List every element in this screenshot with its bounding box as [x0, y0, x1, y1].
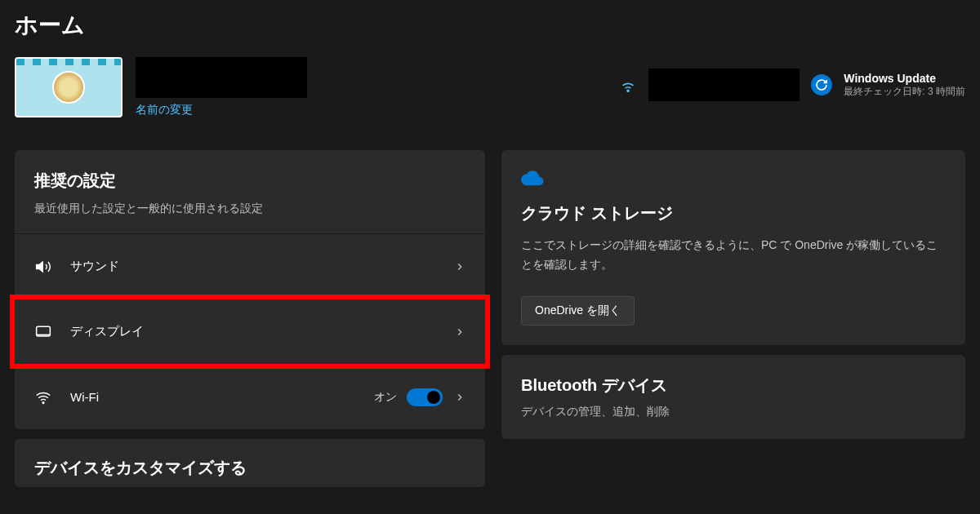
sync-icon [811, 74, 832, 95]
open-onedrive-button[interactable]: OneDrive を開く [521, 296, 635, 326]
network-name-redacted [648, 69, 800, 101]
left-column: 推奨の設定 最近使用した設定と一般的に使用される設定 サウンド ディスプレイ [15, 150, 485, 487]
top-row: 名前の変更 Windows Update 最終チェック日時: 3 時間前 [15, 57, 965, 117]
windows-update-block[interactable]: Windows Update 最終チェック日時: 3 時間前 [844, 72, 965, 99]
wifi-toggle[interactable] [407, 388, 443, 406]
cloud-title: クラウド ストレージ [521, 202, 946, 224]
customize-title: デバイスをカスタマイズする [34, 457, 466, 479]
windows-update-title: Windows Update [844, 72, 965, 85]
top-right-status: Windows Update 最終チェック日時: 3 時間前 [619, 57, 965, 101]
right-column: クラウド ストレージ ここでストレージの詳細を確認できるように、PC で One… [501, 150, 965, 487]
account-avatar[interactable] [15, 57, 122, 117]
setting-row-display[interactable]: ディスプレイ [15, 299, 485, 364]
cloud-icon [521, 170, 946, 186]
chevron-right-icon [454, 261, 466, 273]
main-columns: 推奨の設定 最近使用した設定と一般的に使用される設定 サウンド ディスプレイ [15, 150, 965, 487]
cloud-storage-card: クラウド ストレージ ここでストレージの詳細を確認できるように、PC で One… [501, 150, 965, 345]
wifi-icon [34, 389, 52, 405]
chevron-right-icon [454, 392, 466, 403]
setting-label: ディスプレイ [70, 324, 454, 339]
bluetooth-title: Bluetooth デバイス [521, 374, 946, 397]
windows-update-subtitle: 最終チェック日時: 3 時間前 [844, 85, 965, 99]
chevron-right-icon [454, 326, 466, 338]
recommended-title: 推奨の設定 [34, 170, 466, 192]
customize-device-card: デバイスをカスタマイズする [15, 439, 485, 487]
page-title: ホーム [15, 0, 965, 57]
setting-row-wifi[interactable]: Wi-Fi オン [15, 364, 485, 429]
account-name-redacted [136, 57, 307, 98]
sound-icon [34, 259, 52, 275]
svg-point-0 [627, 90, 629, 91]
display-icon [34, 324, 52, 340]
bluetooth-card: Bluetooth デバイス デバイスの管理、追加、削除 [501, 355, 965, 439]
account-info: 名前の変更 [136, 57, 307, 117]
setting-label: サウンド [70, 259, 454, 274]
recommended-settings-card: 推奨の設定 最近使用した設定と一般的に使用される設定 サウンド ディスプレイ [15, 150, 485, 429]
setting-label: Wi-Fi [70, 390, 374, 404]
rename-link[interactable]: 名前の変更 [136, 103, 307, 117]
wifi-status-text: オン [374, 390, 397, 405]
recommended-subtitle: 最近使用した設定と一般的に使用される設定 [34, 200, 466, 217]
bluetooth-subtitle: デバイスの管理、追加、削除 [521, 405, 946, 419]
setting-row-sound[interactable]: サウンド [15, 233, 485, 299]
cloud-description: ここでストレージの詳細を確認できるように、PC で OneDrive が稼働して… [521, 236, 946, 275]
wifi-icon [619, 76, 637, 94]
svg-point-2 [42, 401, 44, 403]
